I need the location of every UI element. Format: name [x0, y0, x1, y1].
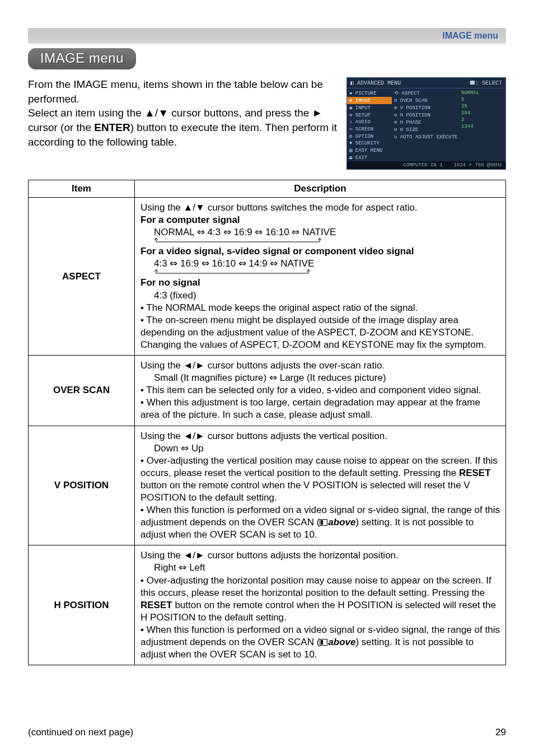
table-header-row: Item Description [29, 180, 506, 198]
overscan-l4: • When this adjustment is too large, cer… [140, 396, 500, 421]
items-table: Item Description ASPECT Using the ▲/▼ cu… [28, 180, 506, 665]
hpos-l3: • Over-adjusting the horizontal position… [140, 575, 500, 624]
item-hposition: H POSITION [29, 545, 135, 665]
aspect-l3: NORMAL ⇔ 4:3 ⇔ 16:9 ⇔ 16:10 ⇔ NATIVE [140, 226, 500, 239]
osd-middle-item: ⊖ H POSITION [392, 111, 459, 119]
aspect-l6: For no signal [140, 277, 500, 289]
osd-left-item: ⚙ OPTION [347, 133, 392, 140]
osd-right-item: 5 [459, 96, 505, 103]
osd-header: ◧ ADVANCED MENU ⯀: SELECT [347, 78, 505, 88]
osd-left-item: ⚒ SETUP [347, 111, 392, 119]
overscan-l3: • This item can be selected only for a v… [140, 384, 500, 396]
osd-footer-right: 1024 × 768 @60Hz [454, 162, 502, 168]
intro-enter: ENTER [94, 122, 130, 133]
osd-left-item: ♪ AUDIO [347, 119, 392, 125]
page-footer: (continued on next page) 29 [28, 727, 506, 738]
desc-hposition: Using the ◄/► cursor buttons adjusts the… [135, 545, 506, 665]
loop-arrow-icon [152, 239, 500, 245]
desc-vposition: Using the ◄/► cursor buttons adjusts the… [135, 426, 506, 545]
th-desc: Description [135, 180, 506, 198]
vpos-l2: Down ⇔ Up [140, 442, 500, 455]
osd-middle-col: ⟲ ASPECT⊡ OVER SCAN⊕ V POSITION⊖ H POSIT… [392, 88, 459, 161]
desc-aspect: Using the ▲/▼ cursor buttons switches th… [135, 198, 506, 356]
aspect-l1: Using the ▲/▼ cursor buttons switches th… [140, 202, 500, 214]
intro-p1: From the IMAGE menu, items shown in the … [28, 78, 323, 105]
osd-footer-left: COMPUTER IN 1 [403, 162, 442, 168]
osd-middle-item: ↻ AUTO ADJUST EXECUTE [392, 133, 459, 141]
table-row: H POSITION Using the ◄/► cursor buttons … [29, 545, 506, 665]
vpos-l4: • When this function is performed on a v… [140, 504, 500, 541]
osd-left-item: ◉ INPUT [347, 104, 392, 111]
vpos-l3: • Over-adjusting the vertical position m… [140, 455, 500, 504]
aspect-l5: 4:3 ⇔ 16:9 ⇔ 16:10 ⇔ 14:9 ⇔ NATIVE [140, 258, 500, 270]
osd-right-item: 2 [459, 116, 505, 123]
osd-middle-item: ⊜ H PHASE [392, 119, 459, 126]
table-row: OVER SCAN Using the ◄/► cursor buttons a… [29, 356, 506, 426]
vpos-l1: Using the ◄/► cursor buttons adjusts the… [140, 430, 500, 442]
vpos-l3a: • Over-adjusting the vertical position m… [140, 455, 498, 478]
table-row: ASPECT Using the ▲/▼ cursor buttons swit… [29, 198, 506, 356]
section-title-pill: IMAGE menu [28, 48, 136, 69]
osd-left-item: ♥ SECURITY [347, 140, 392, 147]
vpos-l3b: button on the remote control when the V … [140, 480, 470, 503]
section-title-text: IMAGE menu [40, 50, 124, 66]
osd-right-item: 35 [459, 103, 505, 110]
osd-middle-item: ⊕ V POSITION [392, 104, 459, 111]
osd-left-col: ✹ PICTURE⊕ IMAGE◉ INPUT⚒ SETUP♪ AUDIO▭ S… [347, 88, 392, 161]
osd-preview: ◧ ADVANCED MENU ⯀: SELECT ✹ PICTURE⊕ IMA… [346, 77, 506, 170]
overscan-l2: Small (It magnifies picture) ⇔ Large (It… [140, 372, 500, 384]
header-bar: IMAGE menu [28, 28, 506, 44]
item-aspect: ASPECT [29, 198, 135, 356]
osd-header-right: ⯀: SELECT [470, 80, 502, 86]
intro-block: From the IMAGE menu, items shown in the … [28, 77, 506, 170]
vpos-reset: RESET [459, 468, 491, 478]
item-vposition: V POSITION [29, 426, 135, 545]
osd-left-item: ⏏ EXIT [347, 154, 392, 161]
osd-body: ✹ PICTURE⊕ IMAGE◉ INPUT⚒ SETUP♪ AUDIO▭ S… [347, 88, 505, 161]
vpos-ref: above [328, 517, 355, 528]
intro-text: From the IMAGE menu, items shown in the … [28, 77, 339, 149]
osd-middle-item: ⊡ OVER SCAN [392, 97, 459, 104]
osd-left-item: ▭ SCREEN [347, 125, 392, 133]
continued-label: (continued on next page) [28, 727, 133, 738]
manual-ref-icon [320, 519, 327, 526]
osd-footer: COMPUTER IN 1 1024 × 768 @60Hz [347, 161, 505, 169]
item-overscan: OVER SCAN [29, 356, 135, 426]
osd-right-col: NORMAL53529421344 [459, 88, 505, 161]
aspect-l2: For a computer signal [140, 214, 500, 226]
osd-middle-item: ⊟ H SIZE [392, 126, 459, 133]
osd-header-left: ◧ ADVANCED MENU [350, 80, 401, 86]
loop-arrow-icon [152, 270, 500, 277]
page-number: 29 [495, 727, 506, 738]
aspect-l8: • The NORMAL mode keeps the original asp… [140, 302, 500, 314]
desc-overscan: Using the ◄/► cursor buttons adjusts the… [135, 356, 506, 426]
hpos-l3b: button on the remote control when the H … [140, 600, 496, 623]
osd-left-item: ▤ EASY MENU [347, 147, 392, 154]
aspect-l9: • The on-screen menu might be displayed … [140, 314, 500, 351]
header-bar-label: IMAGE menu [442, 31, 498, 41]
osd-left-item: ⊕ IMAGE [347, 97, 392, 104]
th-item: Item [29, 180, 135, 198]
osd-left-item: ✹ PICTURE [347, 90, 392, 97]
manual-ref-icon [320, 639, 327, 646]
aspect-l7: 4:3 (fixed) [140, 290, 500, 302]
table-row: V POSITION Using the ◄/► cursor buttons … [29, 426, 506, 545]
overscan-l1: Using the ◄/► cursor buttons adjusts the… [140, 360, 500, 372]
osd-right-item [459, 130, 505, 131]
aspect-l4: For a video signal, s-video signal or co… [140, 245, 500, 258]
hpos-l3a: • Over-adjusting the horizontal position… [140, 575, 491, 598]
osd-right-item: 294 [459, 110, 505, 116]
osd-middle-item: ⟲ ASPECT [392, 90, 459, 97]
osd-right-item: NORMAL [459, 90, 505, 96]
hpos-ref: above [328, 637, 355, 647]
hpos-l2: Right ⇔ Left [140, 562, 500, 574]
osd-right-item: 1344 [459, 123, 505, 130]
hpos-l1: Using the ◄/► cursor buttons adjusts the… [140, 549, 500, 562]
hpos-reset: RESET [140, 600, 172, 610]
hpos-l4: • When this function is performed on a v… [140, 624, 500, 661]
